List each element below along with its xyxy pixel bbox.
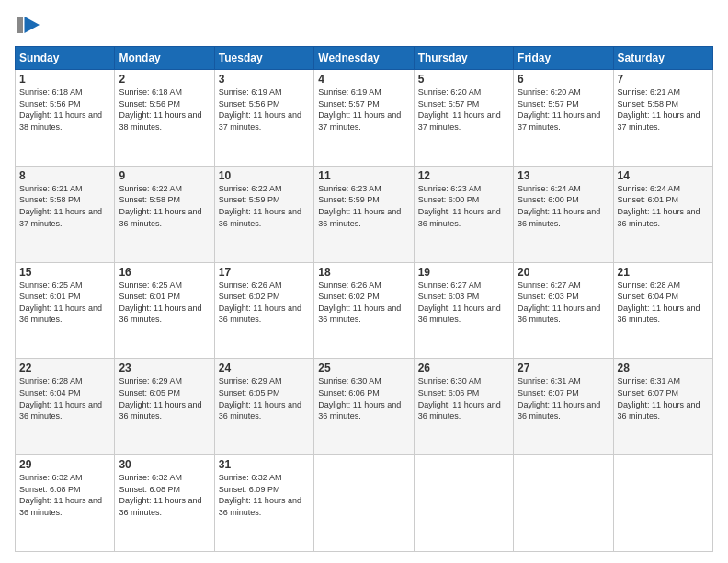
calendar-cell: 17 Sunrise: 6:26 AMSunset: 6:02 PMDaylig… (214, 262, 313, 359)
page: SundayMondayTuesdayWednesdayThursdayFrid… (0, 0, 728, 563)
cell-info: Sunrise: 6:21 AMSunset: 5:58 PMDaylight:… (19, 184, 102, 228)
calendar-day-header: Thursday (414, 47, 513, 70)
cell-info: Sunrise: 6:25 AMSunset: 6:01 PMDaylight:… (119, 281, 201, 325)
day-number: 7 (618, 73, 709, 86)
calendar-cell: 19 Sunrise: 6:27 AMSunset: 6:03 PMDaylig… (414, 262, 513, 359)
calendar-cell (613, 455, 712, 552)
day-number: 27 (518, 362, 609, 374)
calendar-cell: 13 Sunrise: 6:24 AMSunset: 6:00 PMDaylig… (514, 166, 613, 262)
day-number: 1 (19, 73, 110, 86)
day-number: 25 (318, 362, 409, 374)
cell-info: Sunrise: 6:32 AMSunset: 6:08 PMDaylight:… (19, 473, 102, 517)
calendar-cell: 12 Sunrise: 6:23 AMSunset: 6:00 PMDaylig… (414, 166, 513, 262)
calendar-day-header: Saturday (613, 47, 712, 70)
cell-info: Sunrise: 6:28 AMSunset: 6:04 PMDaylight:… (19, 376, 102, 420)
svg-rect-1 (17, 17, 23, 33)
day-number: 2 (119, 73, 210, 86)
cell-info: Sunrise: 6:24 AMSunset: 6:00 PMDaylight:… (518, 184, 600, 228)
cell-info: Sunrise: 6:31 AMSunset: 6:07 PMDaylight:… (618, 376, 700, 420)
calendar-cell (314, 455, 414, 552)
day-number: 4 (318, 73, 409, 86)
day-number: 31 (219, 458, 310, 471)
calendar-cell: 22 Sunrise: 6:28 AMSunset: 6:04 PMDaylig… (16, 359, 115, 455)
day-number: 28 (618, 362, 709, 374)
day-number: 5 (418, 73, 509, 86)
calendar-cell: 6 Sunrise: 6:20 AMSunset: 5:57 PMDayligh… (514, 70, 613, 167)
calendar-cell: 10 Sunrise: 6:22 AMSunset: 5:59 PMDaylig… (214, 166, 313, 262)
cell-info: Sunrise: 6:24 AMSunset: 6:01 PMDaylight:… (618, 184, 700, 228)
calendar-cell: 25 Sunrise: 6:30 AMSunset: 6:06 PMDaylig… (314, 359, 414, 455)
calendar-cell: 8 Sunrise: 6:21 AMSunset: 5:58 PMDayligh… (16, 166, 115, 262)
cell-info: Sunrise: 6:29 AMSunset: 6:05 PMDaylight:… (219, 376, 301, 420)
calendar-cell: 11 Sunrise: 6:23 AMSunset: 5:59 PMDaylig… (314, 166, 414, 262)
day-number: 29 (19, 458, 110, 471)
calendar-day-header: Wednesday (314, 47, 414, 70)
cell-info: Sunrise: 6:31 AMSunset: 6:07 PMDaylight:… (518, 376, 600, 420)
calendar-week-row: 1 Sunrise: 6:18 AMSunset: 5:56 PMDayligh… (16, 70, 713, 167)
calendar-cell: 27 Sunrise: 6:31 AMSunset: 6:07 PMDaylig… (514, 359, 613, 455)
calendar-cell: 28 Sunrise: 6:31 AMSunset: 6:07 PMDaylig… (613, 359, 712, 455)
cell-info: Sunrise: 6:30 AMSunset: 6:06 PMDaylight:… (318, 376, 401, 420)
calendar-day-header: Monday (115, 47, 214, 70)
cell-info: Sunrise: 6:22 AMSunset: 5:59 PMDaylight:… (219, 184, 301, 228)
cell-info: Sunrise: 6:30 AMSunset: 6:06 PMDaylight:… (418, 376, 501, 420)
calendar-week-row: 15 Sunrise: 6:25 AMSunset: 6:01 PMDaylig… (16, 262, 713, 359)
calendar-cell: 30 Sunrise: 6:32 AMSunset: 6:08 PMDaylig… (115, 455, 214, 552)
calendar-cell: 15 Sunrise: 6:25 AMSunset: 6:01 PMDaylig… (16, 262, 115, 359)
day-number: 22 (19, 362, 110, 374)
day-number: 3 (219, 73, 310, 86)
day-number: 23 (119, 362, 210, 374)
day-number: 14 (618, 169, 709, 182)
cell-info: Sunrise: 6:32 AMSunset: 6:08 PMDaylight:… (119, 473, 201, 517)
cell-info: Sunrise: 6:27 AMSunset: 6:03 PMDaylight:… (418, 281, 501, 325)
cell-info: Sunrise: 6:19 AMSunset: 5:56 PMDaylight:… (219, 87, 301, 132)
cell-info: Sunrise: 6:27 AMSunset: 6:03 PMDaylight:… (518, 281, 600, 325)
day-number: 19 (418, 266, 509, 279)
calendar-cell: 1 Sunrise: 6:18 AMSunset: 5:56 PMDayligh… (16, 70, 115, 167)
calendar-cell: 31 Sunrise: 6:32 AMSunset: 6:09 PMDaylig… (214, 455, 313, 552)
calendar-cell: 7 Sunrise: 6:21 AMSunset: 5:58 PMDayligh… (613, 70, 712, 167)
logo-icon (15, 11, 42, 39)
cell-info: Sunrise: 6:23 AMSunset: 5:59 PMDaylight:… (318, 184, 401, 228)
logo (15, 11, 44, 39)
day-number: 30 (119, 458, 210, 471)
calendar-week-row: 29 Sunrise: 6:32 AMSunset: 6:08 PMDaylig… (16, 455, 713, 552)
cell-info: Sunrise: 6:28 AMSunset: 6:04 PMDaylight:… (618, 281, 700, 325)
cell-info: Sunrise: 6:21 AMSunset: 5:58 PMDaylight:… (618, 87, 700, 132)
calendar-cell: 5 Sunrise: 6:20 AMSunset: 5:57 PMDayligh… (414, 70, 513, 167)
svg-marker-0 (25, 17, 40, 33)
day-number: 6 (518, 73, 609, 86)
cell-info: Sunrise: 6:22 AMSunset: 5:58 PMDaylight:… (119, 184, 201, 228)
cell-info: Sunrise: 6:20 AMSunset: 5:57 PMDaylight:… (418, 87, 501, 132)
calendar-cell: 29 Sunrise: 6:32 AMSunset: 6:08 PMDaylig… (16, 455, 115, 552)
calendar-day-header: Friday (514, 47, 613, 70)
day-number: 17 (219, 266, 310, 279)
day-number: 11 (318, 169, 409, 182)
calendar-cell: 2 Sunrise: 6:18 AMSunset: 5:56 PMDayligh… (115, 70, 214, 167)
calendar-cell: 16 Sunrise: 6:25 AMSunset: 6:01 PMDaylig… (115, 262, 214, 359)
calendar-cell (514, 455, 613, 552)
calendar-cell: 3 Sunrise: 6:19 AMSunset: 5:56 PMDayligh… (214, 70, 313, 167)
calendar-cell: 23 Sunrise: 6:29 AMSunset: 6:05 PMDaylig… (115, 359, 214, 455)
calendar-cell: 21 Sunrise: 6:28 AMSunset: 6:04 PMDaylig… (613, 262, 712, 359)
day-number: 20 (518, 266, 609, 279)
day-number: 8 (19, 169, 110, 182)
cell-info: Sunrise: 6:29 AMSunset: 6:05 PMDaylight:… (119, 376, 201, 420)
day-number: 12 (418, 169, 509, 182)
calendar-cell: 4 Sunrise: 6:19 AMSunset: 5:57 PMDayligh… (314, 70, 414, 167)
cell-info: Sunrise: 6:32 AMSunset: 6:09 PMDaylight:… (219, 473, 301, 517)
day-number: 16 (119, 266, 210, 279)
calendar-cell: 14 Sunrise: 6:24 AMSunset: 6:01 PMDaylig… (613, 166, 712, 262)
cell-info: Sunrise: 6:26 AMSunset: 6:02 PMDaylight:… (318, 281, 401, 325)
calendar-cell (414, 455, 513, 552)
calendar-week-row: 8 Sunrise: 6:21 AMSunset: 5:58 PMDayligh… (16, 166, 713, 262)
calendar-day-header: Tuesday (214, 47, 313, 70)
day-number: 9 (119, 169, 210, 182)
day-number: 13 (518, 169, 609, 182)
cell-info: Sunrise: 6:19 AMSunset: 5:57 PMDaylight:… (318, 87, 401, 132)
calendar-cell: 20 Sunrise: 6:27 AMSunset: 6:03 PMDaylig… (514, 262, 613, 359)
calendar-cell: 24 Sunrise: 6:29 AMSunset: 6:05 PMDaylig… (214, 359, 313, 455)
cell-info: Sunrise: 6:18 AMSunset: 5:56 PMDaylight:… (19, 87, 102, 132)
cell-info: Sunrise: 6:26 AMSunset: 6:02 PMDaylight:… (219, 281, 301, 325)
calendar-cell: 26 Sunrise: 6:30 AMSunset: 6:06 PMDaylig… (414, 359, 513, 455)
